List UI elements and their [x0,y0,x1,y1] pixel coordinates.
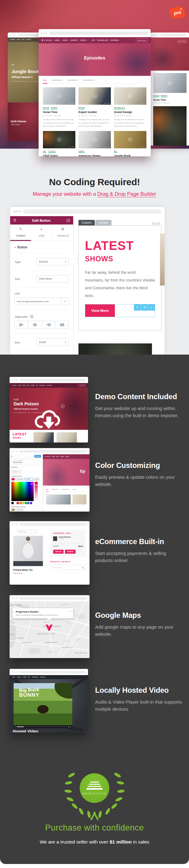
episode-thumbnail[interactable]: ▶ ♥2✉0 [43,87,75,105]
site-logo[interactable]: VISEO [12,385,17,386]
align-justify-button[interactable] [55,321,69,329]
tab-season-1[interactable]: SEASON 1 [52,79,63,83]
saturation-picker[interactable] [11,482,34,501]
play-icon[interactable]: ▶ [168,81,172,85]
category-tag[interactable]: ACTION [153,95,159,97]
product-search-input[interactable]: Search Products... [50,565,86,570]
video-screen[interactable]: Big Buck BUNNY [13,683,72,725]
tab-season-1[interactable]: SEASON 1 [51,489,59,490]
hue-slider-handle[interactable] [35,484,38,486]
site-logo[interactable]: VISEO [10,39,15,40]
checkout-button[interactable]: Checkout [65,550,76,554]
align-left-button[interactable] [14,321,28,329]
category-tag[interactable]: ACTION [13,399,19,401]
nav-item-home[interactable]: HOME ▾ [55,40,61,41]
nav-item-contact[interactable]: CONTACT [26,39,32,40]
play-icon[interactable]: ▶ [15,726,16,727]
category-tag[interactable]: SPORTS [51,107,58,109]
play-icon[interactable]: ▶ [57,137,61,142]
category-tag[interactable]: COOKING [48,151,55,153]
type-select[interactable]: Default ⇕ [36,258,69,266]
category-tag[interactable]: ART [114,151,117,153]
remove-item-icon[interactable]: × [82,536,83,538]
episode-title[interactable]: American Singer [78,154,111,157]
episode-thumbnail[interactable]: ▶ ♥2✉0 [78,131,111,148]
nav-item-shop[interactable]: SHOP ▾ [63,40,68,41]
duplicate-widget-button[interactable]: ⧉ [141,304,148,311]
button-section-header[interactable]: ▾ Button [14,246,69,253]
hue-slider[interactable] [35,482,38,501]
card-title[interactable]: Snow Time [153,98,187,101]
nav-item-contact[interactable]: CONTACT [70,40,78,41]
episode-title[interactable]: Snow Time [43,111,75,114]
section-tab[interactable]: Section [96,220,112,225]
address-bar[interactable] [20,523,87,526]
episode-thumbnail[interactable]: ▶ ♥2✉0 [43,131,75,148]
map-canvas[interactable]: New York WILLIAMSBURG Metropolitan Ave D… [9,601,89,658]
episode-title[interactable]: Expert Insider [78,111,111,114]
category-tag[interactable]: ACTION [43,107,49,109]
nav-item[interactable]: SHOP [56,456,59,457]
address-bar[interactable] [20,450,87,453]
nav-item-art[interactable]: ART [92,40,95,41]
saved-button[interactable]: Saved [34,455,41,458]
nav-item[interactable]: ART [36,385,38,386]
back-chevron-icon[interactable]: ‹ [11,461,12,463]
current-color-swatch[interactable] [11,478,15,480]
external-link-button[interactable]: ↗ [61,298,69,305]
nav-item[interactable]: TECHNOLOGY [32,677,38,678]
current-color-button[interactable]: Current Color [15,478,24,480]
tab-season-2[interactable]: SEASON 2 [62,489,70,490]
nav-item-pages[interactable]: PAGES ▾ [80,40,87,41]
site-logo[interactable]: VISEO [45,456,51,457]
video-thumbnail-food[interactable] [153,106,187,146]
play-icon[interactable]: ▶ [128,94,132,98]
address-bar[interactable] [17,34,40,36]
column-tab[interactable]: Column [78,220,95,225]
nav-item[interactable]: PAGES [23,677,26,678]
episode-thumbnail[interactable]: ▶ ♥2✉0 [78,87,111,105]
view-cart-button[interactable]: View cart [53,550,64,554]
swatch-white[interactable] [14,502,16,504]
episode-title[interactable]: Jungle Book [114,154,146,157]
site-logo[interactable]: VISEO [41,39,52,41]
column-outline[interactable]: LATEST SHOWS Far far away, behind the wo… [78,225,161,331]
picker-cursor[interactable] [31,483,33,485]
page-builder-link[interactable]: Drag & Drop Page Builder [97,191,156,197]
thumbnail[interactable] [73,495,86,504]
address-bar[interactable] [20,597,87,600]
video-player[interactable]: Big Buck BUNNY ▶ [13,683,72,728]
close-icon[interactable]: × [11,455,12,457]
episode-thumbnail[interactable]: ▶ ♥2✉0 [114,131,146,148]
category-tag[interactable]: SPORTS [161,95,167,97]
swatch-yellow[interactable] [22,502,24,504]
tab-all[interactable]: ALL [43,79,47,84]
thumbnail[interactable] [46,495,71,504]
nav-item[interactable]: SHOP [27,385,29,386]
hamburger-icon[interactable]: ☰ [13,218,16,222]
cart-item-name[interactable]: Leather Backpack [59,536,71,538]
category-tag[interactable]: ART [43,151,46,153]
align-center-button[interactable] [28,321,42,329]
nav-item[interactable]: ART [28,677,30,678]
text-input[interactable]: View More [36,275,69,282]
size-select[interactable]: Small ⇕ [36,338,69,346]
address-bar[interactable] [49,32,149,35]
nav-item-technology[interactable]: TECHNOLOGY [97,40,108,41]
nav-item[interactable]: SHOP [12,677,15,678]
panel-collapse-handle[interactable]: ‹ [73,253,77,264]
swatch-purple[interactable] [30,502,32,504]
nav-item[interactable]: PAGES [66,456,69,457]
submit-video-button[interactable]: Submit Video [177,40,187,43]
episode-thumbnail[interactable]: ▶ ♥2✉0 [114,87,146,105]
tab-season-3[interactable]: SEASON 3 [83,79,95,83]
edit-font-select[interactable]: Edit Font▾ [11,470,21,473]
play-icon[interactable]: ▶ [92,137,97,142]
delete-widget-button[interactable]: × [148,304,155,311]
tab-advanced[interactable]: ⚙ Advanced [52,224,73,241]
tab-content[interactable]: ✎ Content [10,224,31,241]
volume-icon[interactable] [68,726,69,727]
address-bar[interactable] [161,34,187,36]
category-tag[interactable]: ART [11,64,14,66]
submit-video-button[interactable]: Submit Video [78,384,86,387]
